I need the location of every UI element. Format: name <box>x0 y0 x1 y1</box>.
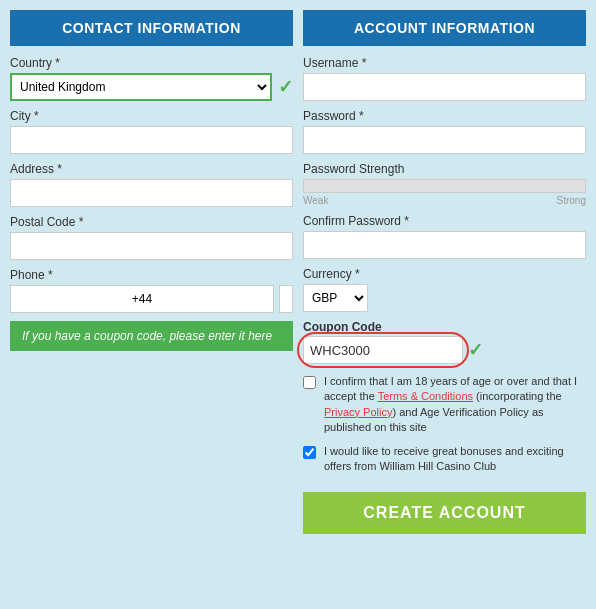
strength-strong-label: Strong <box>557 195 586 206</box>
account-header: ACCOUNT INFORMATION <box>303 10 586 46</box>
contact-information-column: CONTACT INFORMATION Country * United Kin… <box>10 10 293 534</box>
address-label: Address * <box>10 162 293 176</box>
coupon-banner: If you have a coupon code, please enter … <box>10 321 293 351</box>
offers-text: I would like to receive great bonuses an… <box>324 444 586 475</box>
city-label: City * <box>10 109 293 123</box>
account-information-column: ACCOUNT INFORMATION Username * Password … <box>303 10 586 534</box>
username-label: Username * <box>303 56 586 70</box>
phone-prefix-input[interactable] <box>10 285 274 313</box>
currency-row: GBP <box>303 284 586 312</box>
checkboxes-section: I confirm that I am 18 years of age or o… <box>303 374 586 474</box>
city-input[interactable] <box>10 126 293 154</box>
coupon-code-label: Coupon Code <box>303 320 586 334</box>
password-label: Password * <box>303 109 586 123</box>
terms-checkbox[interactable] <box>303 376 316 389</box>
password-strength-label: Password Strength <box>303 162 586 176</box>
phone-row <box>10 285 293 313</box>
city-field-group: City * <box>10 109 293 154</box>
currency-field-group: Currency * GBP <box>303 267 586 312</box>
address-field-group: Address * <box>10 162 293 207</box>
terms-checkbox-row: I confirm that I am 18 years of age or o… <box>303 374 586 436</box>
address-input[interactable] <box>10 179 293 207</box>
offers-checkbox-row: I would like to receive great bonuses an… <box>303 444 586 475</box>
confirm-password-field-group: Confirm Password * <box>303 214 586 259</box>
coupon-input-wrapper <box>303 336 463 364</box>
phone-label: Phone * <box>10 268 293 282</box>
currency-label: Currency * <box>303 267 586 281</box>
phone-main-input[interactable] <box>279 285 293 313</box>
username-input[interactable] <box>303 73 586 101</box>
strength-labels: Weak Strong <box>303 195 586 206</box>
confirm-password-label: Confirm Password * <box>303 214 586 228</box>
strength-bar <box>303 179 586 193</box>
coupon-input-row: ✓ <box>303 336 586 364</box>
country-row: United Kingdom ✓ <box>10 73 293 101</box>
terms-text: I confirm that I am 18 years of age or o… <box>324 374 586 436</box>
password-field-group: Password * <box>303 109 586 154</box>
confirm-password-input[interactable] <box>303 231 586 259</box>
country-field-group: Country * United Kingdom ✓ <box>10 56 293 101</box>
phone-field-group: Phone * <box>10 268 293 313</box>
password-input[interactable] <box>303 126 586 154</box>
username-field-group: Username * <box>303 56 586 101</box>
postal-field-group: Postal Code * <box>10 215 293 260</box>
country-check-icon: ✓ <box>278 76 293 98</box>
terms-link[interactable]: Terms & Conditions <box>378 390 473 402</box>
registration-form: CONTACT INFORMATION Country * United Kin… <box>10 10 586 534</box>
postal-input[interactable] <box>10 232 293 260</box>
strength-weak-label: Weak <box>303 195 328 206</box>
coupon-check-icon: ✓ <box>468 339 483 361</box>
country-label: Country * <box>10 56 293 70</box>
contact-header: CONTACT INFORMATION <box>10 10 293 46</box>
coupon-code-section: Coupon Code ✓ <box>303 320 586 364</box>
country-select[interactable]: United Kingdom <box>10 73 272 101</box>
offers-checkbox[interactable] <box>303 446 316 459</box>
currency-select[interactable]: GBP <box>303 284 368 312</box>
create-account-button[interactable]: CREATE ACCOUNT <box>303 492 586 534</box>
privacy-link[interactable]: Privacy Policy <box>324 406 392 418</box>
coupon-banner-text: If you have a coupon code, please enter … <box>22 329 272 343</box>
coupon-code-input[interactable] <box>303 336 463 364</box>
postal-label: Postal Code * <box>10 215 293 229</box>
password-strength-group: Password Strength Weak Strong <box>303 162 586 206</box>
